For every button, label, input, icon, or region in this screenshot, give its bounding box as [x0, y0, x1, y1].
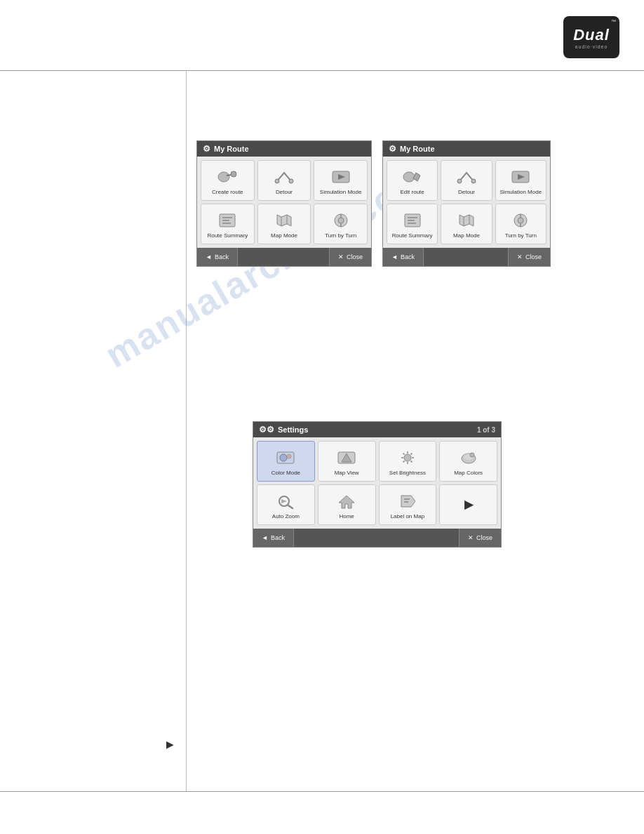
- my-route-right-close-button[interactable]: ✕ Close: [508, 248, 550, 266]
- my-route-right-footer: ◄ Back ✕ Close: [383, 248, 550, 266]
- route-summary-label-right: Route Summary: [392, 232, 433, 239]
- simulation-icon-left: [330, 167, 352, 187]
- route-icon-left: ⚙: [203, 144, 210, 154]
- auto-zoom-button[interactable]: Auto Zoom: [257, 484, 315, 525]
- detour-button-right[interactable]: Detour: [441, 160, 492, 201]
- create-route-icon: [216, 167, 239, 187]
- settings-title: Settings: [278, 425, 474, 434]
- svg-point-48: [470, 453, 474, 457]
- close-icon-settings: ✕: [468, 534, 474, 541]
- detour-label-right: Detour: [458, 189, 475, 196]
- svg-line-2: [227, 175, 231, 176]
- my-route-panel-left: ⚙ My Route Create route Deto: [196, 140, 372, 267]
- footer-spacer-settings: [294, 529, 459, 547]
- simulation-mode-button-left[interactable]: Simulation Mode: [314, 160, 368, 201]
- my-route-left-close-button[interactable]: ✕ Close: [329, 248, 371, 266]
- edit-route-button[interactable]: Edit route: [387, 160, 438, 201]
- map-mode-button-left[interactable]: Map Mode: [257, 204, 311, 244]
- my-route-panel-right: ⚙ My Route Edit route Detour: [382, 140, 551, 267]
- svg-point-17: [403, 172, 415, 182]
- svg-line-50: [288, 505, 293, 508]
- svg-point-19: [471, 179, 476, 183]
- turn-by-turn-button-right[interactable]: Turn by Turn: [495, 204, 546, 244]
- settings-page: 1 of 3: [477, 426, 495, 434]
- back-label-right: Back: [401, 253, 415, 260]
- set-brightness-button[interactable]: Set Brightness: [379, 441, 437, 482]
- sidebar-arrow[interactable]: ▶: [163, 737, 177, 751]
- turn-icon-right: [509, 211, 532, 230]
- route-summary-icon-left: [216, 211, 239, 230]
- detour-button-left[interactable]: Detour: [257, 160, 311, 201]
- footer-spacer-right: [424, 248, 508, 266]
- my-route-left-header: ⚙ My Route: [197, 141, 371, 157]
- svg-point-14: [338, 218, 344, 223]
- close-label-left: Close: [347, 253, 363, 260]
- back-label-left: Back: [215, 253, 229, 260]
- color-mode-icon: [274, 448, 297, 468]
- auto-zoom-label: Auto Zoom: [272, 513, 300, 520]
- label-on-map-label: Label on Map: [391, 513, 424, 520]
- sidebar-divider: [186, 70, 187, 792]
- home-icon: [335, 491, 358, 511]
- my-route-left-footer: ◄ Back ✕ Close: [197, 248, 371, 266]
- svg-point-1: [231, 171, 236, 177]
- label-map-icon: [396, 491, 419, 511]
- settings-grid: Color Mode Map View: [253, 437, 501, 529]
- simulation-mode-label-left: Simulation Mode: [320, 189, 362, 196]
- route-summary-label-left: Route Summary: [207, 232, 248, 239]
- top-divider: [0, 70, 644, 71]
- next-page-button[interactable]: ▶: [439, 484, 497, 525]
- my-route-right-grid: Edit route Detour Simulation Mode: [383, 157, 550, 248]
- svg-point-33: [280, 454, 287, 461]
- settings-close-button[interactable]: ✕ Close: [459, 529, 501, 547]
- edit-route-label: Edit route: [401, 189, 424, 196]
- route-icon-right: ⚙: [389, 144, 396, 154]
- close-label-settings: Close: [476, 534, 492, 541]
- settings-back-button[interactable]: ◄ Back: [253, 529, 294, 547]
- color-mode-button[interactable]: Color Mode: [257, 441, 315, 482]
- back-arrow-icon-right: ◄: [391, 253, 398, 260]
- my-route-left-title: My Route: [214, 145, 365, 153]
- auto-zoom-icon: [274, 491, 297, 511]
- dual-logo: ™ Dual audio·video: [563, 16, 619, 58]
- create-route-button[interactable]: Create route: [201, 160, 255, 201]
- detour-icon-left: [273, 167, 295, 187]
- map-view-button[interactable]: Map View: [318, 441, 376, 482]
- next-arrow-symbol: ▶: [464, 498, 473, 511]
- back-arrow-icon-left: ◄: [206, 253, 212, 260]
- turn-icon-left: [330, 211, 352, 230]
- my-route-left-grid: Create route Detour Simulation Mode: [197, 157, 371, 248]
- back-label-settings: Back: [271, 534, 285, 541]
- settings-panel: ⚙⚙ Settings 1 of 3 Color Mode Map V: [253, 421, 502, 548]
- map-view-label: Map View: [335, 470, 359, 477]
- footer-spacer-left: [238, 248, 329, 266]
- my-route-right-header: ⚙ My Route: [383, 141, 550, 157]
- set-brightness-label: Set Brightness: [389, 470, 426, 477]
- label-on-map-button[interactable]: Label on Map: [379, 484, 437, 525]
- svg-point-29: [518, 218, 523, 223]
- color-mode-label: Color Mode: [271, 470, 300, 477]
- map-mode-button-right[interactable]: Map Mode: [441, 204, 492, 244]
- detour-icon-right: [455, 167, 478, 187]
- detour-label-left: Detour: [276, 189, 293, 196]
- simulation-mode-button-right[interactable]: Simulation Mode: [495, 160, 546, 201]
- settings-footer: ◄ Back ✕ Close: [253, 529, 501, 547]
- my-route-right-back-button[interactable]: ◄ Back: [383, 248, 424, 266]
- brand-name: Dual: [573, 26, 610, 44]
- route-summary-button-right[interactable]: Route Summary: [387, 204, 438, 244]
- turn-by-turn-label-left: Turn by Turn: [325, 232, 356, 239]
- map-colors-label: Map Colors: [454, 470, 483, 477]
- map-mode-label-left: Map Mode: [271, 232, 297, 239]
- map-view-icon: [335, 448, 358, 468]
- map-colors-button[interactable]: Map Colors: [439, 441, 497, 482]
- turn-by-turn-button-left[interactable]: Turn by Turn: [314, 204, 368, 244]
- close-label-right: Close: [525, 253, 542, 260]
- svg-point-37: [404, 454, 411, 461]
- back-arrow-icon-settings: ◄: [262, 534, 268, 541]
- map-mode-icon-right: [455, 211, 478, 230]
- home-button[interactable]: Home: [318, 484, 376, 525]
- next-icon: ▶: [457, 495, 480, 515]
- svg-line-44: [410, 453, 412, 454]
- route-summary-button-left[interactable]: Route Summary: [201, 204, 255, 244]
- my-route-left-back-button[interactable]: ◄ Back: [197, 248, 238, 266]
